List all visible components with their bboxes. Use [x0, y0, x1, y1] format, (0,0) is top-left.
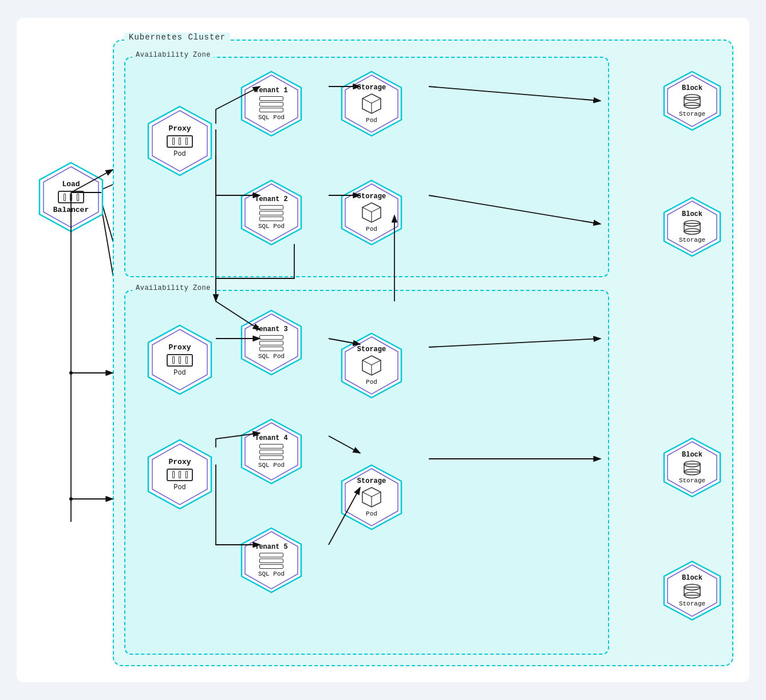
tenant5-pod: Tenant 5 SQL Pod — [237, 526, 306, 595]
az-top-label: Availability Zone — [132, 51, 214, 59]
lb-title: Load — [62, 180, 80, 189]
storage1-pod-label: Pod — [366, 117, 377, 124]
storage1-label: Storage — [357, 84, 386, 92]
svg-point-91 — [69, 371, 73, 375]
svg-line-33 — [362, 99, 372, 103]
svg-point-92 — [69, 497, 73, 501]
storage4-pod-label: Pod — [366, 510, 377, 517]
proxy-pod-1: Proxy Pod — [143, 104, 217, 178]
tenant4-pod: Tenant 4 SQL Pod — [237, 417, 306, 486]
tenant4-label: Tenant 4 — [255, 434, 288, 442]
block4-storage-label: Storage — [679, 600, 705, 607]
block2-label: Block — [682, 210, 702, 218]
tenant5-label: Tenant 5 — [255, 543, 288, 551]
svg-line-34 — [372, 99, 381, 103]
storage3-label: Storage — [357, 345, 386, 353]
block-storage-4: Block Storage — [661, 559, 724, 622]
svg-line-72 — [372, 492, 381, 497]
block4-label: Block — [682, 574, 702, 582]
storage2-label: Storage — [357, 192, 386, 200]
block3-storage-label: Storage — [679, 477, 705, 484]
availability-zone-bottom: Availability Zone Proxy Pod — [124, 290, 609, 655]
svg-line-40 — [372, 207, 381, 212]
svg-rect-50 — [684, 223, 700, 231]
block3-label: Block — [682, 451, 702, 459]
storage-pod-2: Storage Pod — [337, 178, 406, 247]
proxy-pod-3: Proxy Pod — [143, 437, 217, 512]
storage3-pod-label: Pod — [366, 379, 377, 386]
block1-storage-label: Storage — [679, 111, 705, 117]
proxy3-pod-label: Pod — [173, 483, 186, 491]
tenant2-pod: Tenant 2 SQL Pod — [237, 178, 306, 247]
proxy1-pod-label: Pod — [173, 150, 186, 158]
block1-label: Block — [682, 84, 702, 92]
tenant3-sub: SQL Pod — [258, 353, 285, 360]
kubernetes-cluster: Kubernetes Cluster Availability Zone Pro… — [113, 40, 733, 666]
svg-line-65 — [362, 360, 372, 365]
svg-rect-45 — [684, 97, 700, 105]
tenant1-label: Tenant 1 — [255, 86, 288, 95]
tenant4-sub: SQL Pod — [258, 462, 285, 469]
tenant1-pod: Tenant 1 SQL Pod — [237, 69, 306, 138]
tenant2-label: Tenant 2 — [255, 195, 288, 203]
svg-rect-82 — [684, 587, 700, 595]
availability-zone-top: Availability Zone Proxy Pod — [124, 57, 609, 277]
svg-line-66 — [372, 360, 381, 365]
storage2-pod-label: Pod — [366, 226, 377, 233]
tenant3-label: Tenant 3 — [255, 325, 288, 333]
proxy-pod-2: Proxy Pod — [143, 323, 217, 397]
load-balancer: Load Balancer — [34, 160, 108, 234]
svg-line-71 — [362, 492, 372, 497]
proxy3-label: Proxy — [168, 458, 191, 466]
kubernetes-cluster-label: Kubernetes Cluster — [124, 33, 230, 42]
tenant1-sub: SQL Pod — [258, 114, 285, 121]
storage4-label: Storage — [357, 477, 386, 485]
storage-pod-3: Storage Pod — [337, 331, 406, 400]
tenant2-sub: SQL Pod — [258, 223, 285, 230]
tenant5-sub: SQL Pod — [258, 571, 285, 577]
proxy1-label: Proxy — [168, 124, 191, 133]
block-storage-1: Block Storage — [661, 69, 724, 132]
block-storage-3: Block Storage — [661, 436, 724, 499]
proxy2-pod-label: Pod — [173, 369, 186, 377]
lb-subtitle: Balancer — [53, 206, 89, 214]
tenant3-pod: Tenant 3 SQL Pod — [237, 308, 306, 377]
block-storage-2: Block Storage — [661, 195, 724, 258]
diagram-container: Load Balancer Kubernetes Cluster Availab… — [17, 18, 749, 682]
storage-pod-4: Storage Pod — [337, 463, 406, 532]
svg-line-39 — [362, 207, 372, 212]
block2-storage-label: Storage — [679, 237, 705, 243]
storage-pod-1: Storage Pod — [337, 69, 406, 138]
svg-rect-77 — [684, 464, 700, 472]
proxy2-label: Proxy — [168, 343, 191, 352]
az-bottom-label: Availability Zone — [132, 284, 214, 292]
